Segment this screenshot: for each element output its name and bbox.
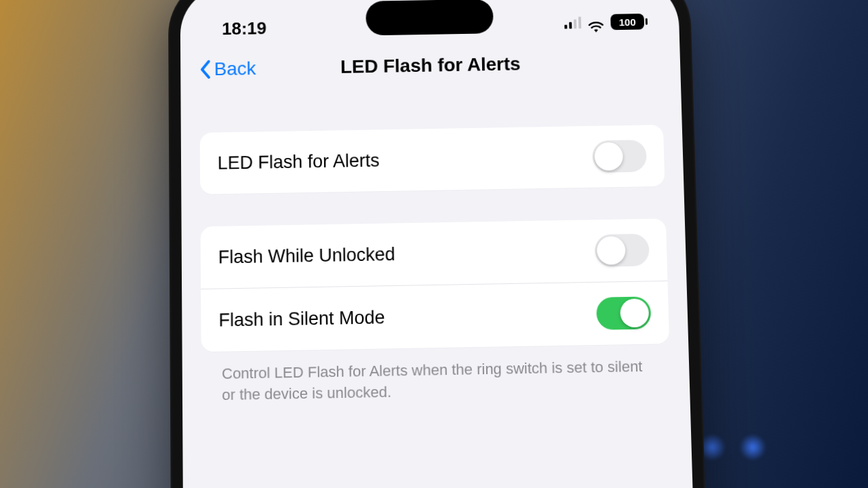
row-label: Flash While Unlocked: [218, 244, 395, 268]
wifi-icon: [588, 16, 604, 28]
back-label: Back: [214, 58, 256, 80]
battery-indicator: 100: [610, 14, 644, 30]
page-title: LED Flash for Alerts: [340, 54, 521, 78]
settings-group-main: LED Flash for Alerts: [200, 125, 665, 195]
back-button[interactable]: Back: [199, 58, 256, 81]
toggle-flash-while-unlocked[interactable]: [595, 234, 650, 267]
row-label: Flash in Silent Mode: [218, 307, 385, 331]
toggle-led-flash-for-alerts[interactable]: [592, 140, 647, 173]
settings-group-options: Flash While Unlocked Flash in Silent Mod…: [201, 218, 670, 352]
row-flash-while-unlocked: Flash While Unlocked: [201, 218, 668, 289]
toggle-knob: [620, 298, 649, 327]
status-time: 18:19: [222, 18, 267, 39]
toggle-knob: [597, 236, 626, 265]
nav-header: Back LED Flash for Alerts: [180, 38, 681, 93]
phone-frame: 18:19 100: [168, 0, 708, 488]
dynamic-island: [366, 0, 494, 35]
row-flash-in-silent-mode: Flash in Silent Mode: [201, 281, 669, 352]
cellular-signal-icon: [564, 17, 581, 29]
group-footnote: Control LED Flash for Alerts when the ri…: [201, 356, 671, 406]
settings-content: LED Flash for Alerts Flash While Unlocke…: [180, 85, 690, 407]
battery-level: 100: [619, 16, 636, 28]
toggle-flash-in-silent-mode[interactable]: [596, 296, 651, 329]
toggle-knob: [594, 142, 623, 171]
phone-screen: 18:19 100: [180, 0, 695, 488]
chevron-left-icon: [199, 60, 212, 80]
row-led-flash-for-alerts: LED Flash for Alerts: [200, 125, 665, 195]
background-light: [739, 434, 766, 461]
row-label: LED Flash for Alerts: [218, 150, 380, 174]
status-right: 100: [564, 14, 644, 30]
